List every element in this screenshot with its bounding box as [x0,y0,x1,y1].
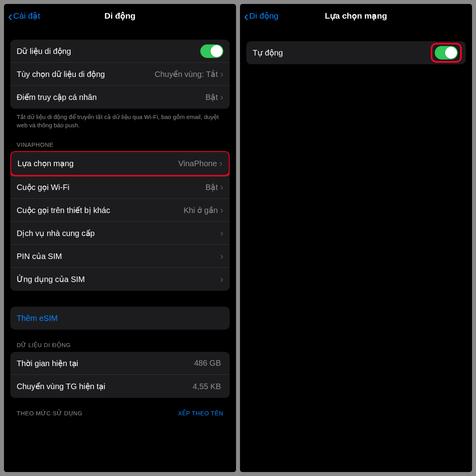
wifi-calling-value: Bật [205,182,218,192]
chevron-right-icon: › [220,182,223,193]
sim-app-label: Ứng dụng của SIM [17,274,85,284]
nav-bar: ‹ Cài đặt Di động [4,4,236,28]
carrier-services-label: Dịch vụ nhà cung cấp [17,228,95,238]
chevron-left-icon: ‹ [244,9,248,23]
row-wifi-calling[interactable]: Cuộc gọi Wi-Fi Bật › [10,176,230,199]
row-automatic[interactable]: Tự động [246,41,466,64]
sim-pin-label: PIN của SIM [17,251,62,261]
group-data-usage: Thời gian hiện tại 486 GB Chuyển vùng TG… [10,352,230,398]
phone-left: ‹ Cài đặt Di động Dữ liệu di động Tùy ch… [4,4,236,472]
chevron-right-icon: › [220,251,223,262]
highlight-automatic-toggle [431,43,462,63]
chevron-left-icon: ‹ [8,9,12,23]
group-carrier: Lựa chọn mạng VinaPhone › Cuộc gọi Wi-Fi… [10,151,230,291]
usage-sort-header: THEO MỨC SỬ DỤNG XẾP THEO TÊN [10,398,230,420]
network-selection-value: VinaPhone [178,159,217,168]
row-calls-other-devices[interactable]: Cuộc gọi trên thiết bị khác Khi ở gần › [10,199,230,222]
chevron-right-icon: › [220,69,223,80]
add-esim-label: Thêm eSIM [17,314,58,323]
automatic-label: Tự động [253,48,283,58]
hotspot-value: Bật [205,92,218,102]
row-carrier-services[interactable]: Dịch vụ nhà cung cấp › [10,222,230,245]
automatic-toggle[interactable] [435,46,458,60]
current-period-value: 486 GB [194,359,221,368]
current-period-label: Thời gian hiện tại [17,359,78,368]
back-button[interactable]: ‹ Cài đặt [8,9,40,23]
settings-content: Tự động [240,28,472,472]
row-cellular-data[interactable]: Dữ liệu di động [10,40,230,63]
data-usage-header: DỮ LIỆU DI ĐỘNG [10,330,230,352]
cellular-options-value: Chuyển vùng: Tắt [155,69,218,79]
network-selection-label: Lựa chọn mạng [17,159,74,168]
chevron-right-icon: › [220,228,223,239]
back-label: Di động [249,11,278,21]
nav-bar: ‹ Di động Lựa chọn mạng [240,4,472,28]
sort-button[interactable]: XẾP THEO TÊN [178,410,223,417]
group-cellular: Dữ liệu di động Tùy chọn dữ liệu di động… [10,40,230,109]
usage-header-label: THEO MỨC SỬ DỤNG [17,410,83,417]
row-sim-pin[interactable]: PIN của SIM › [10,245,230,268]
phone-right: ‹ Di động Lựa chọn mạng Tự động [240,4,472,472]
chevron-right-icon: › [219,158,223,169]
row-add-esim[interactable]: Thêm eSIM [10,307,230,330]
chevron-right-icon: › [220,92,223,103]
other-devices-label: Cuộc gọi trên thiết bị khác [17,205,110,215]
cellular-options-label: Tùy chọn dữ liệu di động [17,69,105,79]
chevron-right-icon: › [220,205,223,216]
back-label: Cài đặt [13,11,40,21]
row-hotspot[interactable]: Điểm truy cập cá nhân Bật › [10,86,230,109]
wifi-calling-label: Cuộc gọi Wi-Fi [17,182,69,192]
group-esim: Thêm eSIM [10,307,230,330]
row-network-selection[interactable]: Lựa chọn mạng VinaPhone › [11,152,229,175]
carrier-header: VINAPHONE [10,129,230,151]
other-devices-value: Khi ở gần [184,205,218,215]
row-sim-applications[interactable]: Ứng dụng của SIM › [10,268,230,291]
current-roaming-label: Chuyển vùng TG hiện tại [17,382,106,391]
group-automatic: Tự động [246,41,466,64]
settings-content: Dữ liệu di động Tùy chọn dữ liệu di động… [4,28,236,472]
cellular-data-label: Dữ liệu di động [17,46,71,56]
chevron-right-icon: › [220,274,223,285]
cellular-data-toggle[interactable] [200,44,223,58]
back-button[interactable]: ‹ Di động [244,9,278,23]
row-cellular-options[interactable]: Tùy chọn dữ liệu di động Chuyển vùng: Tắ… [10,63,230,86]
hotspot-label: Điểm truy cập cá nhân [17,92,97,102]
row-current-period[interactable]: Thời gian hiện tại 486 GB [10,352,230,375]
current-roaming-value: 4,55 KB [193,382,221,391]
row-current-roaming[interactable]: Chuyển vùng TG hiện tại 4,55 KB [10,375,230,398]
highlight-network-selection: Lựa chọn mạng VinaPhone › [10,151,230,177]
cellular-footer-text: Tắt dữ liệu di động để truyền tất cả dữ … [10,109,230,129]
